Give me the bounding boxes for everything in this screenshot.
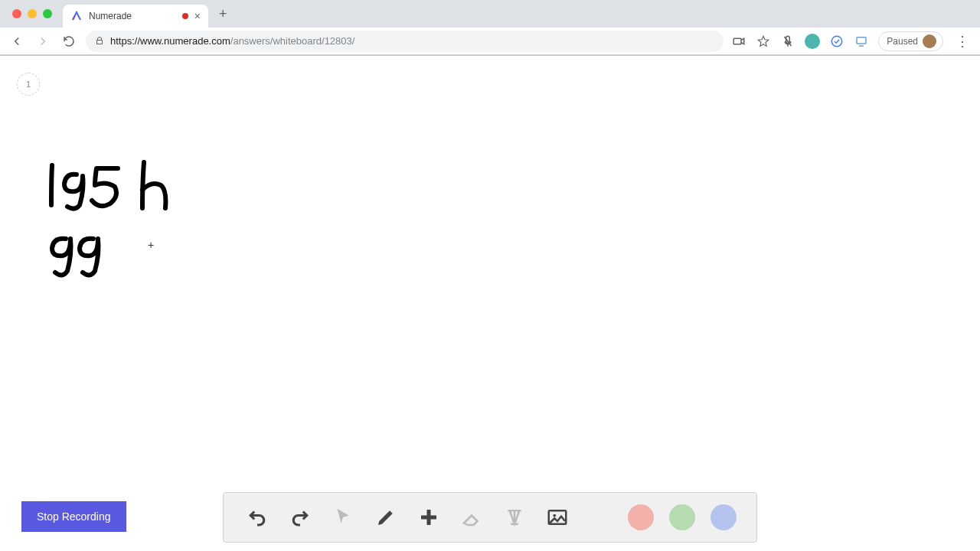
window-controls [6,9,58,18]
extension-check-icon[interactable] [829,34,844,49]
color-green-button[interactable] [669,504,695,530]
browser-toolbar-icons: Paused ⋮ [731,31,972,51]
eraser-tool-button[interactable] [458,504,485,531]
back-button[interactable] [8,32,26,51]
lock-icon [95,34,104,48]
svg-point-6 [553,514,556,517]
color-black-button[interactable] [586,504,612,530]
whiteboard-canvas[interactable]: 1 + Stop Recording [0,56,980,551]
new-tab-button[interactable]: + [213,3,234,25]
close-window-button[interactable] [12,9,21,18]
browser-tab[interactable]: Numerade × [63,5,208,28]
favicon-icon [70,10,83,22]
close-tab-button[interactable]: × [194,11,201,21]
drawing-toolbar [223,492,757,543]
reload-button[interactable] [60,32,78,51]
pointer-tool-button[interactable] [329,504,357,531]
minimize-window-button[interactable] [28,9,37,18]
url-path: /answers/whiteboard/12803/ [230,35,355,47]
browser-menu-button[interactable]: ⋮ [952,34,972,48]
url-text: https://www.numerade.com/answers/whitebo… [110,35,354,47]
maximize-window-button[interactable] [43,9,52,18]
pen-tool-button[interactable] [372,504,400,531]
drawing-cursor-icon: + [148,239,154,251]
avatar-icon [923,34,936,48]
star-icon[interactable] [756,34,771,49]
camera-icon[interactable] [731,34,746,49]
tab-bar: Numerade × + [0,0,980,28]
text-tool-button[interactable] [501,504,528,531]
paused-label: Paused [887,36,918,47]
extension-screen-icon[interactable] [854,34,869,49]
svg-rect-0 [734,38,742,44]
recording-indicator-icon [182,13,188,19]
handwriting-line-2 [44,228,113,285]
extension-teal-icon[interactable] [805,34,820,49]
handwriting-line-1 [44,159,182,220]
stop-recording-button[interactable]: Stop Recording [21,501,126,532]
undo-button[interactable] [243,504,271,531]
color-red-button[interactable] [628,504,654,530]
browser-chrome: Numerade × + https://www.numerade.com/an… [0,0,980,56]
page-number: 1 [26,80,31,89]
svg-rect-3 [857,37,866,43]
redo-button[interactable] [286,504,314,531]
forward-button[interactable] [34,32,52,51]
color-blue-button[interactable] [710,504,737,530]
mic-extension-icon[interactable] [780,34,795,49]
tab-title: Numerade [89,11,176,21]
svg-point-2 [832,36,843,47]
profile-paused-button[interactable]: Paused [878,31,943,51]
address-bar: https://www.numerade.com/answers/whitebo… [0,28,980,55]
add-tool-button[interactable] [415,504,443,531]
page-indicator[interactable]: 1 [17,73,40,96]
image-tool-button[interactable] [544,504,571,531]
url-host: https://www.numerade.com [110,35,230,47]
url-box[interactable]: https://www.numerade.com/answers/whitebo… [86,31,724,52]
